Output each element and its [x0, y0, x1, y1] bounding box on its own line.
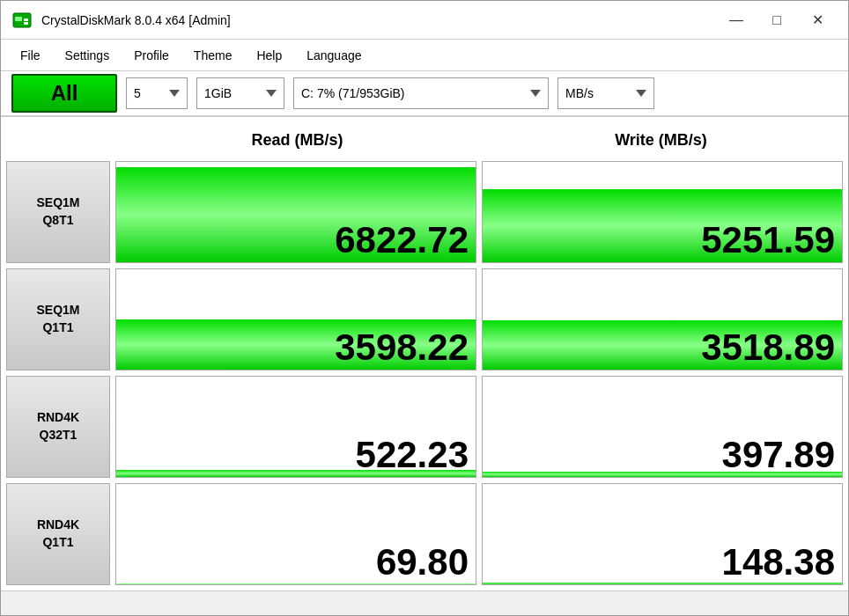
read-header: Read (MB/s) [115, 122, 479, 158]
table-row: SEQ1MQ1T13598.223518.89 [6, 268, 843, 370]
bench-label-2: RND4KQ32T1 [6, 376, 110, 478]
read-cell-0: 6822.72 [115, 161, 476, 263]
main-content: Read (MB/s) Write (MB/s) SEQ1MQ8T16822.7… [1, 117, 848, 590]
table-row: SEQ1MQ8T16822.725251.59 [6, 161, 843, 263]
table-row: RND4KQ32T1522.23397.89 [6, 376, 843, 478]
menu-item-settings[interactable]: Settings [53, 45, 122, 66]
read-cell-3: 69.80 [115, 483, 476, 585]
window-controls: — □ ✕ [716, 6, 838, 34]
status-bar [1, 590, 848, 615]
read-cell-1: 3598.22 [115, 268, 476, 370]
write-value-2: 397.89 [722, 436, 842, 477]
unit-select[interactable]: MB/sGB/sIOPSμs [557, 77, 654, 109]
runs-select[interactable]: 123456789 [126, 77, 188, 109]
write-header: Write (MB/s) [479, 122, 843, 158]
menu-item-file[interactable]: File [8, 45, 53, 66]
benchmark-rows: SEQ1MQ8T16822.725251.59SEQ1MQ1T13598.223… [6, 161, 843, 585]
main-window: CrystalDiskMark 8.0.4 x64 [Admin] — □ ✕ … [0, 0, 849, 616]
column-headers: Read (MB/s) Write (MB/s) [6, 122, 843, 158]
bench-label-0: SEQ1MQ8T1 [6, 161, 110, 263]
read-value-1: 3598.22 [335, 329, 476, 370]
menu-item-language[interactable]: Language [294, 45, 373, 66]
menu-item-theme[interactable]: Theme [181, 45, 245, 66]
write-cell-1: 3518.89 [482, 268, 843, 370]
svg-rect-3 [24, 22, 28, 25]
read-cell-2: 522.23 [115, 376, 476, 478]
write-value-1: 3518.89 [701, 329, 842, 370]
minimize-button[interactable]: — [716, 6, 757, 34]
title-bar: CrystalDiskMark 8.0.4 x64 [Admin] — □ ✕ [1, 1, 848, 40]
header-spacer [6, 122, 115, 158]
menu-item-profile[interactable]: Profile [122, 45, 181, 66]
svg-rect-1 [15, 17, 22, 21]
read-value-0: 6822.72 [335, 222, 476, 262]
window-title: CrystalDiskMark 8.0.4 x64 [Admin] [41, 13, 716, 27]
write-cell-0: 5251.59 [482, 161, 843, 263]
menu-bar: FileSettingsProfileThemeHelpLanguage [1, 40, 848, 71]
bench-label-3: RND4KQ1T1 [6, 483, 110, 585]
write-value-3: 148.38 [722, 544, 842, 584]
all-button[interactable]: All [11, 74, 117, 113]
table-row: RND4KQ1T169.80148.38 [6, 483, 843, 585]
app-icon [11, 10, 33, 31]
menu-item-help[interactable]: Help [244, 45, 294, 66]
toolbar: All 123456789 16MiB32MiB64MiB128MiB256Mi… [1, 71, 848, 117]
maximize-button[interactable]: □ [757, 6, 797, 34]
bench-label-1: SEQ1MQ1T1 [6, 268, 110, 370]
read-value-3: 69.80 [376, 544, 476, 584]
write-value-0: 5251.59 [701, 222, 842, 262]
close-button[interactable]: ✕ [797, 6, 838, 34]
drive-select[interactable]: C: 7% (71/953GiB) [293, 77, 549, 109]
write-cell-2: 397.89 [482, 376, 843, 478]
svg-rect-2 [24, 18, 28, 21]
size-select[interactable]: 16MiB32MiB64MiB128MiB256MiB512MiB1GiB2Gi… [196, 77, 284, 109]
write-cell-3: 148.38 [482, 483, 843, 585]
read-value-2: 522.23 [356, 436, 476, 477]
